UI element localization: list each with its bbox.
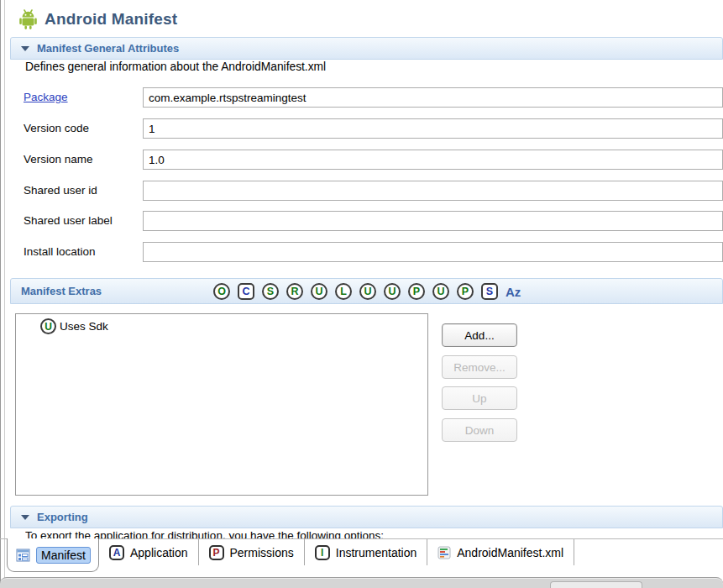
tab-label: Permissions — [230, 546, 294, 559]
shared-user-id-input[interactable] — [143, 181, 723, 201]
shared-user-id-label: Shared user id — [24, 184, 97, 197]
xml-file-icon — [437, 546, 451, 559]
tabfolder-top-line — [0, 538, 7, 539]
permissions-icon: P — [209, 545, 224, 560]
add-button[interactable]: Add... — [442, 323, 517, 347]
application-icon: A — [109, 545, 124, 560]
collapse-triangle-icon[interactable] — [21, 46, 29, 51]
add-element-l-icon[interactable]: L — [335, 283, 352, 300]
instrumentation-icon: I — [315, 545, 330, 560]
version-name-label: Version name — [24, 153, 93, 165]
section-title: Manifest General Attributes — [37, 42, 179, 55]
android-robot-icon — [17, 8, 39, 30]
tab-permissions[interactable]: P Permissions — [199, 539, 305, 565]
package-link[interactable]: Package — [24, 91, 68, 103]
extras-toolbar: O C S R U L U U P U P S Az — [213, 283, 521, 300]
android-manifest-editor: Android Manifest Manifest General Attrib… — [0, 0, 723, 588]
uses-sdk-icon: U — [40, 318, 56, 334]
page-title: Android Manifest — [45, 10, 177, 29]
tab-androidmanifest-xml[interactable]: AndroidManifest.xml — [427, 539, 574, 565]
add-element-p1-icon[interactable]: P — [408, 283, 425, 300]
list-item-uses-sdk[interactable]: U Uses Sdk — [16, 314, 427, 334]
section-title: Exporting — [37, 511, 88, 523]
tab-instrumentation[interactable]: I Instrumentation — [305, 539, 428, 565]
install-location-input[interactable] — [143, 242, 723, 262]
tab-label-selected: Manifest — [36, 547, 91, 564]
add-element-u2-icon[interactable]: U — [359, 283, 376, 300]
version-code-label: Version code — [24, 122, 89, 134]
version-code-input[interactable] — [143, 118, 723, 139]
add-element-s2-icon[interactable]: S — [481, 283, 498, 300]
add-element-u1-icon[interactable]: U — [311, 283, 327, 300]
alphabetical-sort-icon[interactable]: Az — [506, 283, 521, 300]
tab-label: AndroidManifest.xml — [457, 546, 563, 559]
up-button: Up — [442, 386, 517, 410]
section-description: Defines general information about the An… — [25, 60, 326, 73]
section-exporting-header[interactable]: Exporting — [10, 506, 723, 528]
lower-view-partial-control — [550, 581, 642, 588]
list-item-label: Uses Sdk — [60, 320, 108, 333]
remove-button: Remove... — [442, 355, 517, 379]
editor-left-border — [0, 0, 5, 588]
add-element-c-icon[interactable]: C — [238, 283, 254, 300]
section-title: Manifest Extras — [21, 285, 102, 297]
section-general-attributes-header[interactable]: Manifest General Attributes — [10, 37, 723, 60]
collapse-triangle-icon[interactable] — [21, 515, 29, 520]
tab-label: Application — [130, 546, 188, 559]
extras-element-list[interactable]: U Uses Sdk — [15, 313, 428, 496]
add-element-p2-icon[interactable]: P — [457, 283, 474, 300]
shared-user-label-label: Shared user label — [24, 214, 113, 227]
tab-application[interactable]: A Application — [99, 539, 199, 565]
install-location-label: Install location — [24, 245, 96, 258]
tab-bar: A Application P Permissions I Instrument… — [99, 539, 574, 565]
add-element-o-icon[interactable]: O — [213, 283, 230, 300]
exporting-clipped-text: To export the application for distributi… — [25, 529, 680, 538]
form-page-icon — [16, 549, 30, 562]
package-input[interactable] — [143, 87, 723, 108]
down-button: Down — [442, 418, 517, 442]
tab-manifest[interactable]: Manifest — [7, 538, 99, 572]
tab-label: Instrumentation — [336, 546, 417, 559]
add-element-u3-icon[interactable]: U — [384, 283, 401, 300]
shared-user-label-input[interactable] — [143, 211, 723, 231]
add-element-s-icon[interactable]: S — [262, 283, 279, 300]
version-name-input[interactable] — [143, 150, 723, 170]
add-element-u4-icon[interactable]: U — [432, 283, 449, 300]
add-element-r-icon[interactable]: R — [286, 283, 303, 300]
